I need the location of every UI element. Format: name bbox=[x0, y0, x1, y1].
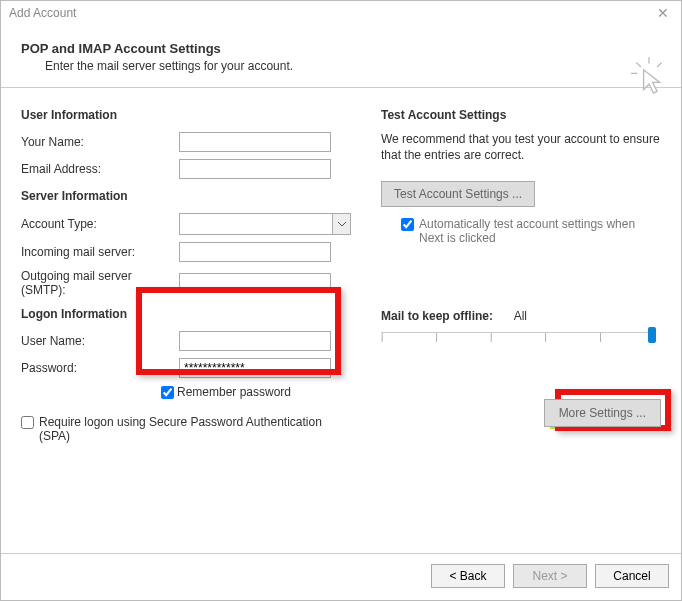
email-input[interactable] bbox=[179, 159, 331, 179]
test-account-settings-button[interactable]: Test Account Settings ... bbox=[381, 181, 535, 207]
mail-keep-value: All bbox=[514, 309, 527, 323]
outgoing-server-label: Outgoing mail server (SMTP): bbox=[21, 269, 179, 297]
your-name-input[interactable] bbox=[179, 132, 331, 152]
slider-thumb[interactable] bbox=[648, 327, 656, 343]
incoming-server-label: Incoming mail server: bbox=[21, 245, 179, 259]
header-subtitle: Enter the mail server settings for your … bbox=[21, 59, 661, 73]
cursor-click-icon bbox=[631, 57, 667, 100]
back-button[interactable]: < Back bbox=[431, 564, 505, 588]
auto-test-label: Automatically test account settings when… bbox=[419, 217, 659, 245]
svg-line-1 bbox=[636, 63, 641, 68]
account-type-select[interactable] bbox=[179, 213, 351, 235]
test-recommend-text: We recommend that you test your account … bbox=[381, 132, 661, 163]
remember-password-checkbox[interactable] bbox=[161, 386, 174, 399]
user-info-heading: User Information bbox=[21, 108, 361, 122]
server-info-heading: Server Information bbox=[21, 189, 361, 203]
mail-keep-label: Mail to keep offline: bbox=[381, 309, 511, 323]
logon-info-heading: Logon Information bbox=[21, 307, 361, 321]
account-type-label: Account Type: bbox=[21, 217, 179, 231]
test-settings-heading: Test Account Settings bbox=[381, 108, 661, 122]
cancel-button[interactable]: Cancel bbox=[595, 564, 669, 588]
remember-password-label: Remember password bbox=[177, 385, 291, 399]
username-input[interactable] bbox=[179, 331, 331, 351]
spa-label: Require logon using Secure Password Auth… bbox=[39, 415, 339, 443]
svg-line-2 bbox=[657, 63, 662, 68]
more-settings-button[interactable]: More Settings ... bbox=[544, 399, 661, 427]
close-icon[interactable]: ✕ bbox=[653, 5, 673, 21]
outgoing-server-input[interactable] bbox=[179, 273, 331, 293]
spa-checkbox[interactable] bbox=[21, 416, 34, 429]
incoming-server-input[interactable] bbox=[179, 242, 331, 262]
chevron-down-icon[interactable] bbox=[332, 214, 350, 234]
your-name-label: Your Name: bbox=[21, 135, 179, 149]
username-label: User Name: bbox=[21, 334, 179, 348]
auto-test-checkbox[interactable] bbox=[401, 218, 414, 231]
next-button[interactable]: Next > bbox=[513, 564, 587, 588]
password-label: Password: bbox=[21, 361, 179, 375]
password-input[interactable] bbox=[179, 358, 331, 378]
email-label: Email Address: bbox=[21, 162, 179, 176]
mail-keep-slider[interactable]: |||||| bbox=[381, 329, 656, 347]
window-title: Add Account bbox=[9, 6, 76, 20]
header-title: POP and IMAP Account Settings bbox=[21, 41, 661, 56]
